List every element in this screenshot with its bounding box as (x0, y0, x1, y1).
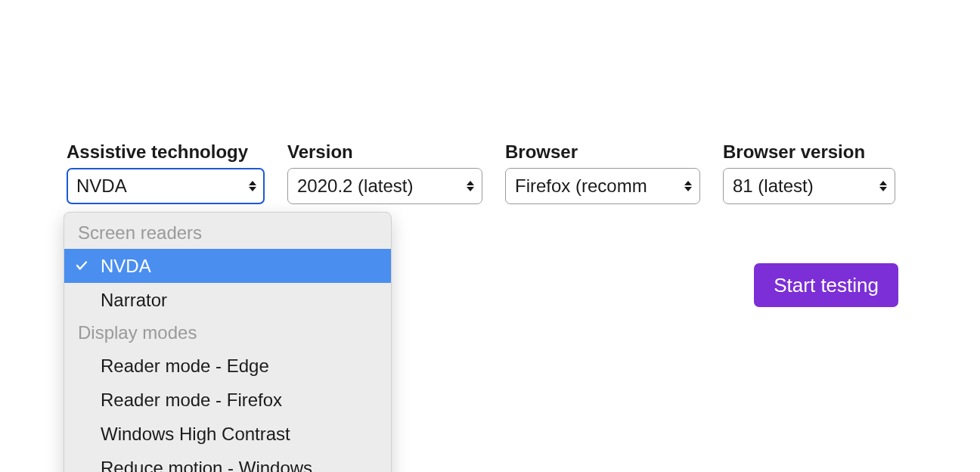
action-row: Start testing (754, 263, 898, 307)
field-browser: Browser Firefox (recomm (505, 140, 700, 204)
select-value-browser-version: 81 (latest) (723, 168, 895, 204)
select-version[interactable]: 2020.2 (latest) (287, 168, 482, 204)
dropdown-item-label: Reduce motion - Windows (101, 458, 312, 472)
dropdown-item-label: Narrator (101, 290, 167, 310)
select-value-browser: Firefox (recomm (505, 168, 700, 204)
dropdown-group-label: Screen readers (64, 217, 391, 249)
dropdown-item-label: Windows High Contrast (101, 424, 290, 444)
field-assistive-technology: Assistive technology NVDA (67, 140, 265, 204)
label-browser: Browser (505, 140, 700, 163)
select-value-version: 2020.2 (latest) (287, 168, 482, 204)
form-row: Assistive technology NVDA Version 2020.2… (67, 140, 913, 204)
dropdown-item-high-contrast[interactable]: Windows High Contrast (64, 417, 391, 451)
check-icon (75, 259, 88, 272)
dropdown-item-nvda[interactable]: NVDA (64, 249, 391, 283)
dropdown-item-reader-firefox[interactable]: Reader mode - Firefox (64, 383, 391, 417)
select-value-assistive-technology: NVDA (67, 168, 265, 204)
dropdown-item-label: Reader mode - Firefox (101, 390, 282, 410)
form-container: Assistive technology NVDA Version 2020.2… (0, 0, 980, 204)
dropdown-item-reader-edge[interactable]: Reader mode - Edge (64, 349, 391, 383)
label-assistive-technology: Assistive technology (67, 140, 265, 163)
dropdown-group-label: Display modes (64, 317, 391, 349)
field-version: Version 2020.2 (latest) (287, 140, 482, 204)
dropdown-assistive-technology[interactable]: Screen readers NVDA Narrator Display mod… (64, 212, 392, 472)
label-version: Version (287, 140, 482, 163)
dropdown-item-reduce-motion[interactable]: Reduce motion - Windows (64, 451, 391, 472)
select-browser[interactable]: Firefox (recomm (505, 168, 700, 204)
field-browser-version: Browser version 81 (latest) (723, 140, 895, 204)
select-browser-version[interactable]: 81 (latest) (723, 168, 895, 204)
dropdown-item-narrator[interactable]: Narrator (64, 283, 391, 317)
dropdown-item-label: Reader mode - Edge (101, 356, 269, 376)
select-assistive-technology[interactable]: NVDA (67, 168, 265, 204)
label-browser-version: Browser version (723, 140, 895, 163)
start-testing-button[interactable]: Start testing (754, 263, 898, 307)
dropdown-item-label: NVDA (101, 256, 151, 276)
